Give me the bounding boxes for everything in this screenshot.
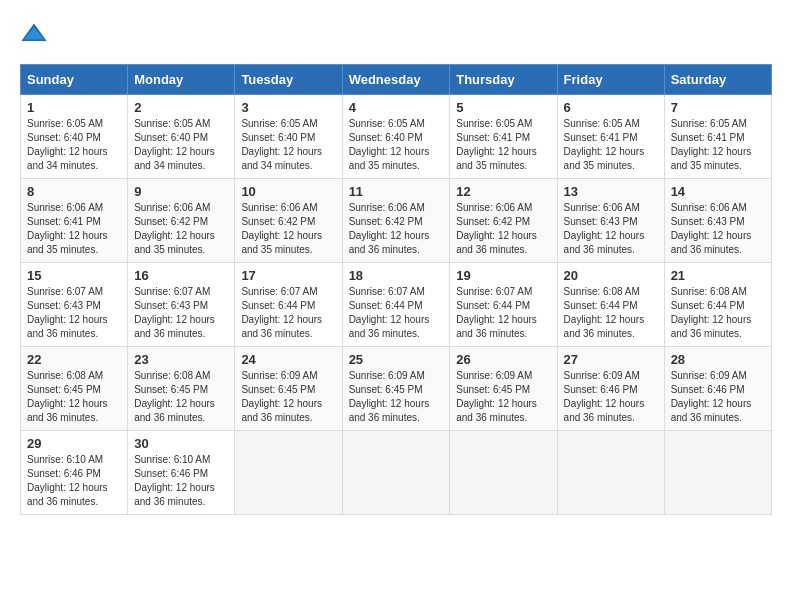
daylight-label: Daylight: 12 hours and 36 minutes. [671, 398, 752, 423]
sunset-label: Sunset: 6:40 PM [241, 132, 315, 143]
sunset-label: Sunset: 6:43 PM [564, 216, 638, 227]
day-info: Sunrise: 6:06 AM Sunset: 6:42 PM Dayligh… [349, 201, 444, 257]
day-number: 20 [564, 268, 658, 283]
daylight-label: Daylight: 12 hours and 35 minutes. [456, 146, 537, 171]
sunset-label: Sunset: 6:44 PM [671, 300, 745, 311]
logo-icon [20, 20, 48, 48]
daylight-label: Daylight: 12 hours and 34 minutes. [241, 146, 322, 171]
page-header [20, 20, 772, 48]
calendar-cell: 21 Sunrise: 6:08 AM Sunset: 6:44 PM Dayl… [664, 263, 771, 347]
calendar-cell: 4 Sunrise: 6:05 AM Sunset: 6:40 PM Dayli… [342, 95, 450, 179]
daylight-label: Daylight: 12 hours and 36 minutes. [134, 314, 215, 339]
calendar-cell: 16 Sunrise: 6:07 AM Sunset: 6:43 PM Dayl… [128, 263, 235, 347]
calendar-cell: 10 Sunrise: 6:06 AM Sunset: 6:42 PM Dayl… [235, 179, 342, 263]
day-header-tuesday: Tuesday [235, 65, 342, 95]
day-info: Sunrise: 6:10 AM Sunset: 6:46 PM Dayligh… [27, 453, 121, 509]
sunrise-label: Sunrise: 6:07 AM [349, 286, 425, 297]
calendar-week-row: 29 Sunrise: 6:10 AM Sunset: 6:46 PM Dayl… [21, 431, 772, 515]
daylight-label: Daylight: 12 hours and 36 minutes. [456, 314, 537, 339]
sunrise-label: Sunrise: 6:08 AM [671, 286, 747, 297]
calendar-week-row: 8 Sunrise: 6:06 AM Sunset: 6:41 PM Dayli… [21, 179, 772, 263]
sunset-label: Sunset: 6:43 PM [671, 216, 745, 227]
day-number: 10 [241, 184, 335, 199]
day-number: 6 [564, 100, 658, 115]
day-info: Sunrise: 6:09 AM Sunset: 6:45 PM Dayligh… [349, 369, 444, 425]
calendar-week-row: 15 Sunrise: 6:07 AM Sunset: 6:43 PM Dayl… [21, 263, 772, 347]
sunset-label: Sunset: 6:46 PM [564, 384, 638, 395]
sunset-label: Sunset: 6:43 PM [134, 300, 208, 311]
calendar-cell: 17 Sunrise: 6:07 AM Sunset: 6:44 PM Dayl… [235, 263, 342, 347]
sunrise-label: Sunrise: 6:05 AM [27, 118, 103, 129]
sunset-label: Sunset: 6:45 PM [456, 384, 530, 395]
day-number: 28 [671, 352, 765, 367]
day-info: Sunrise: 6:07 AM Sunset: 6:43 PM Dayligh… [134, 285, 228, 341]
day-info: Sunrise: 6:05 AM Sunset: 6:40 PM Dayligh… [27, 117, 121, 173]
sunset-label: Sunset: 6:45 PM [134, 384, 208, 395]
sunset-label: Sunset: 6:41 PM [671, 132, 745, 143]
day-header-sunday: Sunday [21, 65, 128, 95]
daylight-label: Daylight: 12 hours and 36 minutes. [671, 314, 752, 339]
day-number: 30 [134, 436, 228, 451]
daylight-label: Daylight: 12 hours and 35 minutes. [671, 146, 752, 171]
sunset-label: Sunset: 6:46 PM [27, 468, 101, 479]
calendar-table: SundayMondayTuesdayWednesdayThursdayFrid… [20, 64, 772, 515]
sunset-label: Sunset: 6:42 PM [134, 216, 208, 227]
calendar-week-row: 22 Sunrise: 6:08 AM Sunset: 6:45 PM Dayl… [21, 347, 772, 431]
sunrise-label: Sunrise: 6:09 AM [241, 370, 317, 381]
sunset-label: Sunset: 6:44 PM [349, 300, 423, 311]
sunrise-label: Sunrise: 6:07 AM [456, 286, 532, 297]
calendar-cell: 11 Sunrise: 6:06 AM Sunset: 6:42 PM Dayl… [342, 179, 450, 263]
calendar-cell: 20 Sunrise: 6:08 AM Sunset: 6:44 PM Dayl… [557, 263, 664, 347]
calendar-cell [557, 431, 664, 515]
daylight-label: Daylight: 12 hours and 35 minutes. [241, 230, 322, 255]
day-info: Sunrise: 6:05 AM Sunset: 6:40 PM Dayligh… [241, 117, 335, 173]
logo [20, 20, 52, 48]
calendar-cell: 19 Sunrise: 6:07 AM Sunset: 6:44 PM Dayl… [450, 263, 557, 347]
calendar-week-row: 1 Sunrise: 6:05 AM Sunset: 6:40 PM Dayli… [21, 95, 772, 179]
calendar-cell: 7 Sunrise: 6:05 AM Sunset: 6:41 PM Dayli… [664, 95, 771, 179]
day-number: 7 [671, 100, 765, 115]
sunrise-label: Sunrise: 6:09 AM [349, 370, 425, 381]
calendar-cell: 5 Sunrise: 6:05 AM Sunset: 6:41 PM Dayli… [450, 95, 557, 179]
sunrise-label: Sunrise: 6:06 AM [241, 202, 317, 213]
daylight-label: Daylight: 12 hours and 36 minutes. [27, 398, 108, 423]
sunrise-label: Sunrise: 6:09 AM [456, 370, 532, 381]
day-number: 26 [456, 352, 550, 367]
sunrise-label: Sunrise: 6:06 AM [456, 202, 532, 213]
calendar-cell [235, 431, 342, 515]
calendar-header-row: SundayMondayTuesdayWednesdayThursdayFrid… [21, 65, 772, 95]
daylight-label: Daylight: 12 hours and 36 minutes. [27, 482, 108, 507]
day-header-friday: Friday [557, 65, 664, 95]
daylight-label: Daylight: 12 hours and 36 minutes. [564, 230, 645, 255]
sunrise-label: Sunrise: 6:05 AM [349, 118, 425, 129]
day-info: Sunrise: 6:08 AM Sunset: 6:45 PM Dayligh… [27, 369, 121, 425]
sunset-label: Sunset: 6:42 PM [349, 216, 423, 227]
sunset-label: Sunset: 6:40 PM [27, 132, 101, 143]
sunset-label: Sunset: 6:40 PM [134, 132, 208, 143]
sunset-label: Sunset: 6:42 PM [456, 216, 530, 227]
day-info: Sunrise: 6:08 AM Sunset: 6:45 PM Dayligh… [134, 369, 228, 425]
calendar-cell [342, 431, 450, 515]
day-info: Sunrise: 6:05 AM Sunset: 6:40 PM Dayligh… [349, 117, 444, 173]
sunrise-label: Sunrise: 6:05 AM [241, 118, 317, 129]
day-number: 22 [27, 352, 121, 367]
calendar-cell: 2 Sunrise: 6:05 AM Sunset: 6:40 PM Dayli… [128, 95, 235, 179]
calendar-cell: 9 Sunrise: 6:06 AM Sunset: 6:42 PM Dayli… [128, 179, 235, 263]
day-number: 14 [671, 184, 765, 199]
day-number: 13 [564, 184, 658, 199]
calendar-cell: 15 Sunrise: 6:07 AM Sunset: 6:43 PM Dayl… [21, 263, 128, 347]
sunrise-label: Sunrise: 6:07 AM [27, 286, 103, 297]
daylight-label: Daylight: 12 hours and 36 minutes. [456, 398, 537, 423]
day-header-wednesday: Wednesday [342, 65, 450, 95]
day-info: Sunrise: 6:07 AM Sunset: 6:44 PM Dayligh… [241, 285, 335, 341]
calendar-cell: 27 Sunrise: 6:09 AM Sunset: 6:46 PM Dayl… [557, 347, 664, 431]
day-number: 16 [134, 268, 228, 283]
day-number: 4 [349, 100, 444, 115]
daylight-label: Daylight: 12 hours and 36 minutes. [134, 398, 215, 423]
sunset-label: Sunset: 6:45 PM [27, 384, 101, 395]
daylight-label: Daylight: 12 hours and 34 minutes. [134, 146, 215, 171]
sunset-label: Sunset: 6:44 PM [456, 300, 530, 311]
daylight-label: Daylight: 12 hours and 36 minutes. [27, 314, 108, 339]
sunrise-label: Sunrise: 6:06 AM [564, 202, 640, 213]
daylight-label: Daylight: 12 hours and 36 minutes. [241, 314, 322, 339]
